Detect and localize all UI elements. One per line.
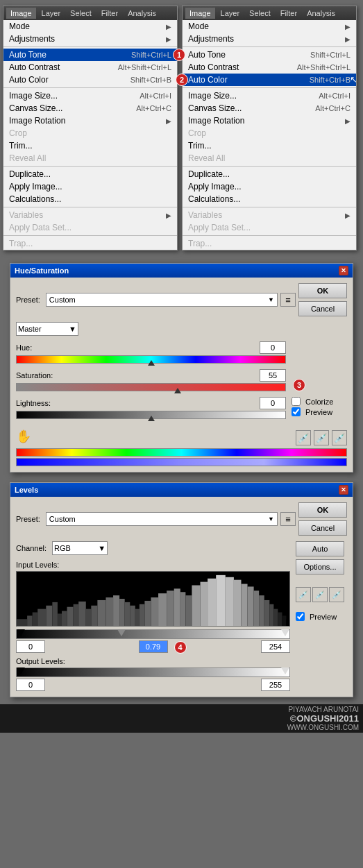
levels-auto-button[interactable]: Auto [296,541,344,556]
left-autocontrast-item[interactable]: Auto Contrast Alt+Shift+Ctrl+L [3,61,177,74]
right-tab-analysis[interactable]: Analysis [303,8,339,19]
levels-preview-checkbox[interactable] [296,612,305,621]
levels-channel-dropdown[interactable]: RGB ▼ [52,541,108,555]
light-value[interactable]: 0 [260,397,286,409]
hue-sat-sliders: Master ▼ Hue: 0 [16,322,286,425]
svg-rect-6 [58,613,62,626]
hand-tool-icon[interactable]: ✋ [16,429,31,444]
sat-track[interactable] [16,383,286,391]
left-canvassize-item[interactable]: Canvas Size... Alt+Ctrl+C [3,102,177,114]
svg-rect-15 [113,595,119,626]
left-tab-select[interactable]: Select [66,8,96,19]
left-imagerotation-item[interactable]: Image Rotation ▶ [3,114,177,127]
left-duplicate-item[interactable]: Duplicate... [3,168,177,180]
eyedropper2-button[interactable]: 💉 [314,430,329,445]
output-white-thumb[interactable] [281,667,289,674]
left-tab-image[interactable]: Image [6,8,36,19]
output-levels-label: Output Levels: [16,657,290,665]
right-autocolor-item[interactable]: Auto Color Shift+Ctrl+B ↖ 2 [183,74,356,86]
svg-rect-5 [52,602,58,626]
eyedropper1-button[interactable]: 💉 [296,430,311,445]
output-white-value[interactable]: 255 [261,679,290,691]
levels-close-button[interactable]: ✕ [339,485,348,495]
left-applyimage-item[interactable]: Apply Image... [3,180,177,193]
svg-rect-11 [86,609,92,626]
right-mode-item[interactable]: Mode ▶ [183,20,356,33]
left-tab-filter[interactable]: Filter [97,8,122,19]
left-calculations-item[interactable]: Calculations... [3,193,177,205]
output-black-thumb[interactable] [17,667,25,674]
levels-cancel-button[interactable]: Cancel [298,520,347,536]
left-adjustments-item[interactable]: Adjustments ▶ [3,33,177,45]
svg-rect-2 [33,613,38,627]
preset-dropdown[interactable]: Custom ▼ [46,293,278,307]
right-tab-filter[interactable]: Filter [276,8,301,19]
right-adjustments-item[interactable]: Adjustments ▶ [183,33,356,45]
cursor-icon: ↖ [350,74,357,85]
svg-rect-3 [37,609,46,626]
input-level-slider[interactable] [16,629,290,639]
right-autotone-item[interactable]: Auto Tone Shift+Ctrl+L [183,49,356,61]
left-revealall-item: Reveal All [3,152,177,164]
right-trim-item[interactable]: Trim... [183,139,356,152]
svg-rect-43 [286,619,289,626]
hue-sat-bottom: ✋ 💉 💉 💉 [16,427,347,445]
step1-badge: 1 [173,49,185,61]
levels-preset-dropdown[interactable]: Custom ▼ [46,512,278,526]
light-thumb[interactable] [148,414,155,421]
levels-main: Channel: RGB ▼ Input Levels: [16,541,347,691]
hue-thumb[interactable] [148,359,155,366]
input-white-thumb[interactable] [281,629,289,636]
preset-options-button[interactable]: ≡ [280,293,296,307]
right-tab-layer[interactable]: Layer [217,8,244,19]
right-duplicate-item[interactable]: Duplicate... [183,168,356,180]
right-imagerotation-item[interactable]: Image Rotation ▶ [183,114,356,127]
hue-sat-ok-button[interactable]: OK [298,283,347,298]
left-trim-item[interactable]: Trim... [3,139,177,152]
svg-rect-4 [46,606,52,626]
hue-value[interactable]: 0 [260,341,286,354]
sat-value[interactable]: 55 [260,369,286,382]
svg-rect-31 [216,575,226,626]
input-mid-value[interactable]: 0.79 4 [139,640,168,653]
left-autocolor-item[interactable]: Auto Color Shift+Ctrl+B [3,74,177,86]
right-tab-select[interactable]: Select [245,8,275,19]
levels-options-button[interactable]: Options... [296,559,344,575]
sat-thumb[interactable] [174,386,181,393]
left-tab-analysis[interactable]: Analysis [124,8,160,19]
hue-track[interactable] [16,355,286,364]
right-autocontrast-item[interactable]: Auto Contrast Alt+Shift+Ctrl+L [183,61,356,74]
right-tab-image[interactable]: Image [185,8,215,19]
right-applyimage-item[interactable]: Apply Image... [183,180,356,193]
rotation-arrow: ▶ [166,117,171,125]
right-canvassize-item[interactable]: Canvas Size... Alt+Ctrl+C [183,102,356,114]
right-calculations-item[interactable]: Calculations... [183,193,356,205]
hue-sat-cancel-button[interactable]: Cancel [298,301,347,316]
input-black-thumb[interactable] [17,629,25,636]
svg-rect-17 [125,602,130,626]
svg-rect-12 [91,606,97,626]
levels-eyedropper2[interactable]: 💉 [312,587,328,602]
input-black-value[interactable]: 0 [16,640,45,653]
svg-rect-39 [269,604,273,626]
left-mode-item[interactable]: Mode ▶ [3,20,177,33]
input-white-value[interactable]: 254 [261,640,290,653]
levels-eyedropper1[interactable]: 💉 [296,587,311,602]
colorize-checkbox[interactable] [292,397,301,406]
eyedropper3-button[interactable]: 💉 [332,430,347,445]
left-imagesize-item[interactable]: Image Size... Alt+Ctrl+I [3,90,177,102]
output-black-value[interactable]: 0 [16,679,45,691]
levels-eyedropper3[interactable]: 💉 [329,587,344,602]
preview-checkbox[interactable] [292,407,301,416]
levels-preset-options-button[interactable]: ≡ [280,512,296,526]
levels-title: Levels [15,486,38,494]
left-tab-layer[interactable]: Layer [37,8,65,19]
left-autotone-item[interactable]: Auto Tone Shift+Ctrl+L 1 [3,49,177,61]
levels-eyedroppers: 💉 💉 💉 [296,587,347,602]
light-track[interactable] [16,411,286,419]
channel-dropdown[interactable]: Master ▼ [16,322,78,336]
hue-sat-close-button[interactable]: ✕ [339,266,348,275]
right-imagesize-item[interactable]: Image Size... Alt+Ctrl+I [183,90,356,102]
levels-ok-button[interactable]: OK [298,502,347,518]
input-mid-thumb[interactable] [117,629,126,636]
